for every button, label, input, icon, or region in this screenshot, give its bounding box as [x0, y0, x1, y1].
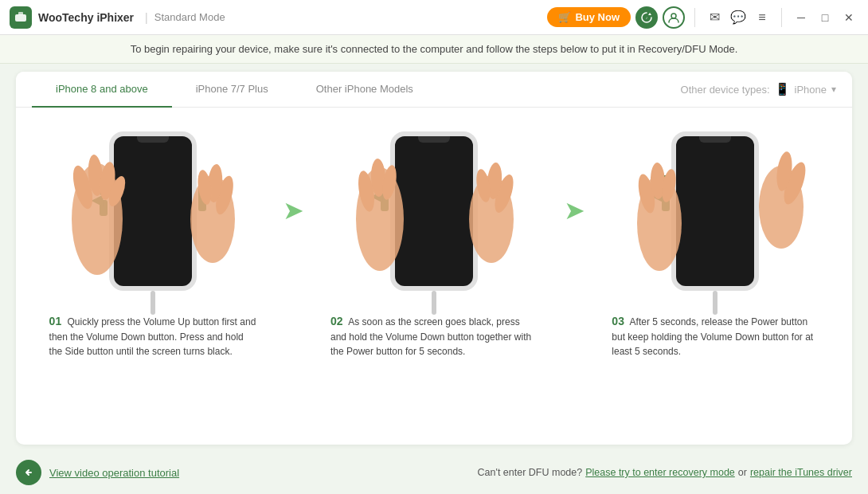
logo-icon	[14, 11, 27, 24]
update-button[interactable]: ♪	[635, 6, 658, 29]
steps-area: ◀ ▶ 01 Quickly	[16, 108, 852, 445]
app-logo	[10, 6, 32, 29]
svg-text:♪: ♪	[646, 14, 648, 19]
footer-left: View video operation tutorial	[16, 460, 179, 485]
device-type-label: Other device types:	[681, 84, 770, 96]
title-divider: |	[145, 11, 148, 24]
tab-iphone77[interactable]: iPhone 7/7 Plus	[172, 72, 292, 108]
dropdown-arrow-icon[interactable]: ▾	[831, 84, 836, 95]
back-button[interactable]	[16, 460, 41, 485]
user-button[interactable]	[663, 6, 685, 29]
maximize-button[interactable]: □	[815, 8, 835, 27]
arrow-1: ➤	[283, 195, 304, 225]
step-1-desc: 01 Quickly press the Volume Up button fi…	[41, 307, 264, 365]
svg-rect-0	[15, 14, 26, 22]
step1-left-hand	[65, 124, 129, 283]
step2-cable	[432, 291, 436, 315]
mail-button[interactable]: ✉	[705, 8, 724, 27]
sep2	[781, 8, 782, 27]
device-type-value: iPhone	[795, 84, 827, 96]
step3-right-hand	[751, 131, 811, 259]
tab-bar: iPhone 8 and above iPhone 7/7 Plus Other…	[16, 72, 852, 108]
close-button[interactable]: ✕	[839, 8, 858, 27]
info-text: To begin repairing your device, make sur…	[131, 43, 738, 55]
step-3-illustration: ◀	[628, 116, 803, 307]
step-3-desc: 03 After 5 seconds, release the Power bu…	[604, 307, 827, 365]
tab-other-iphone[interactable]: Other iPhone Models	[292, 72, 437, 108]
content-card: iPhone 8 and above iPhone 7/7 Plus Other…	[16, 72, 852, 445]
recovery-mode-link[interactable]: Please try to enter recovery mode	[585, 467, 735, 478]
step-2-illustration: ◀	[346, 116, 522, 307]
menu-button[interactable]: ≡	[753, 8, 772, 27]
minimize-button[interactable]: ─	[792, 8, 811, 27]
back-arrow-icon	[23, 467, 34, 478]
titlebar-actions: 🛒 Buy Now ♪ ✉ 💬 ≡ ─ □ ✕	[547, 6, 858, 29]
chat-button[interactable]: 💬	[729, 8, 748, 27]
main-content: iPhone 8 and above iPhone 7/7 Plus Other…	[0, 64, 868, 453]
mode-label: Standard Mode	[154, 11, 548, 23]
titlebar: WooTechy iPhixer | Standard Mode 🛒 Buy N…	[0, 0, 868, 35]
tab-iphone8[interactable]: iPhone 8 and above	[32, 72, 172, 108]
step3-phone-notch	[699, 136, 731, 143]
step-3-col: ◀ 03 After 5 seconds, release the Power …	[604, 116, 827, 365]
step2-right-hand	[466, 139, 522, 267]
user-icon	[668, 12, 679, 23]
device-type-selector: Other device types: 📱 iPhone ▾	[681, 82, 836, 96]
update-icon: ♪	[641, 12, 652, 23]
svg-rect-1	[18, 12, 23, 15]
cant-enter-text: Can't enter DFU mode?	[478, 467, 583, 478]
footer: View video operation tutorial Can't ente…	[0, 453, 868, 492]
arrow-right-icon-1: ➤	[283, 195, 304, 225]
arrow-right-icon-2: ➤	[564, 195, 585, 225]
step-2-desc: 02 As soon as the screen goes black, pre…	[323, 307, 545, 365]
step1-cable	[151, 291, 155, 315]
app-name: WooTechy iPhixer	[38, 11, 134, 24]
step-2-col: ◀ 02 As soon as the screen goes black, p…	[323, 116, 545, 365]
svg-point-4	[671, 14, 676, 18]
footer-right: Can't enter DFU mode? Please try to ente…	[478, 467, 852, 478]
itunes-driver-link[interactable]: repair the iTunes driver	[750, 467, 852, 478]
step1-phone-notch	[137, 136, 169, 143]
cart-icon: 🛒	[558, 11, 571, 23]
info-bar: To begin repairing your device, make sur…	[0, 35, 868, 64]
step-1-col: ◀ ▶ 01 Quickly	[41, 116, 264, 365]
or-text: or	[738, 467, 747, 478]
arrow-2: ➤	[564, 195, 585, 225]
video-tutorial-link[interactable]: View video operation tutorial	[49, 467, 179, 479]
step1-right-hand	[185, 139, 240, 267]
svg-marker-2	[648, 13, 651, 15]
step2-left-hand	[346, 124, 410, 283]
sep1	[694, 8, 695, 27]
step2-phone-notch	[418, 136, 450, 143]
step3-left-hand	[628, 124, 687, 283]
buy-now-button[interactable]: 🛒 Buy Now	[547, 7, 631, 27]
step-1-illustration: ◀ ▶	[65, 116, 240, 307]
step3-cable	[713, 291, 717, 315]
device-phone-icon: 📱	[775, 82, 790, 96]
